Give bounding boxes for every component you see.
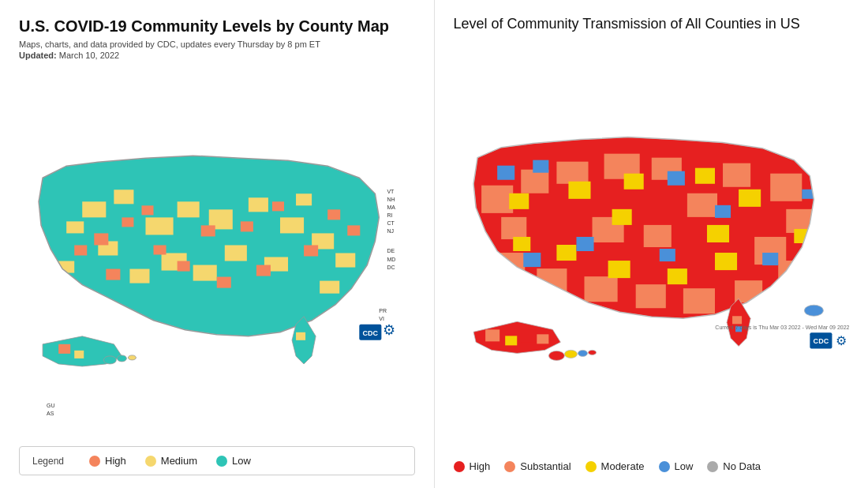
svg-rect-32 xyxy=(327,209,340,220)
svg-text:Current 7 days is Thu Mar 03 2: Current 7 days is Thu Mar 03 2022 - Wed … xyxy=(715,325,849,331)
svg-rect-92 xyxy=(762,253,778,265)
svg-text:VI: VI xyxy=(379,316,384,321)
legend-title: Legend xyxy=(32,456,64,467)
right-legend-item-high: High xyxy=(454,460,491,472)
svg-text:CDC: CDC xyxy=(363,329,379,337)
svg-text:GU: GU xyxy=(47,403,55,408)
right-legend-dot-high xyxy=(454,461,465,472)
svg-rect-95 xyxy=(523,253,541,267)
right-legend-label-low: Low xyxy=(675,460,694,472)
svg-rect-10 xyxy=(225,245,247,261)
legend-dot-high xyxy=(89,456,100,467)
svg-rect-15 xyxy=(335,253,355,268)
right-legend: High Substantial Moderate Low No Data xyxy=(454,457,850,475)
svg-rect-79 xyxy=(694,168,714,184)
svg-rect-6 xyxy=(280,217,304,233)
right-legend-dot-substantial xyxy=(504,461,515,472)
svg-rect-85 xyxy=(556,245,576,261)
legend-item-high: High xyxy=(89,455,126,467)
left-panel: U.S. COVID-19 Community Levels by County… xyxy=(0,0,435,488)
svg-rect-20 xyxy=(141,205,153,215)
svg-rect-36 xyxy=(74,351,84,358)
svg-text:DC: DC xyxy=(387,265,395,270)
right-legend-item-moderate: Moderate xyxy=(586,460,645,472)
svg-text:VT: VT xyxy=(387,189,395,194)
svg-rect-88 xyxy=(706,225,728,242)
svg-rect-14 xyxy=(129,269,149,283)
svg-rect-96 xyxy=(714,205,730,218)
svg-rect-98 xyxy=(806,272,815,280)
svg-rect-99 xyxy=(732,316,742,324)
svg-rect-24 xyxy=(347,225,360,235)
svg-rect-76 xyxy=(509,193,529,209)
svg-rect-23 xyxy=(304,245,318,256)
svg-rect-94 xyxy=(659,249,675,261)
svg-text:⚙: ⚙ xyxy=(383,322,395,338)
svg-rect-17 xyxy=(320,281,339,294)
svg-rect-5 xyxy=(249,197,268,212)
svg-rect-89 xyxy=(497,166,514,180)
svg-rect-80 xyxy=(739,190,761,207)
svg-rect-68 xyxy=(635,284,665,308)
updated-date: March 10, 2022 xyxy=(59,51,119,60)
svg-rect-90 xyxy=(533,160,548,173)
svg-point-105 xyxy=(548,351,564,360)
right-legend-item-substantial: Substantial xyxy=(504,460,571,472)
svg-rect-35 xyxy=(58,344,70,354)
svg-text:CT: CT xyxy=(387,220,395,226)
legend-label-medium: Medium xyxy=(161,455,197,467)
svg-text:MA: MA xyxy=(387,205,395,210)
svg-rect-26 xyxy=(256,265,271,276)
svg-rect-3 xyxy=(178,201,200,217)
svg-rect-91 xyxy=(667,171,684,186)
svg-rect-25 xyxy=(154,245,166,254)
svg-text:MD: MD xyxy=(387,257,395,262)
svg-rect-19 xyxy=(94,233,108,245)
svg-text:DE: DE xyxy=(387,249,395,254)
svg-rect-30 xyxy=(178,261,190,272)
svg-rect-29 xyxy=(272,201,284,211)
svg-rect-61 xyxy=(723,163,750,187)
svg-point-106 xyxy=(564,350,577,358)
svg-rect-12 xyxy=(66,221,84,233)
svg-rect-22 xyxy=(241,221,253,231)
svg-rect-57 xyxy=(521,170,548,193)
right-legend-label-substantial: Substantial xyxy=(520,460,571,472)
right-panel: Level of Community Transmission of All C… xyxy=(435,0,869,488)
legend-item-medium: Medium xyxy=(145,455,197,467)
left-legend: Legend High Medium Low xyxy=(19,446,415,475)
svg-rect-58 xyxy=(556,162,588,184)
svg-rect-27 xyxy=(122,217,133,227)
svg-rect-28 xyxy=(74,245,87,255)
svg-rect-86 xyxy=(513,237,530,251)
right-legend-dot-low xyxy=(659,461,670,472)
left-panel-subtitle: Maps, charts, and data provided by CDC, … xyxy=(19,39,415,49)
right-legend-label-nodata: No Data xyxy=(723,460,761,472)
svg-rect-87 xyxy=(612,209,631,225)
svg-rect-102 xyxy=(505,336,517,345)
svg-rect-72 xyxy=(501,217,526,239)
svg-rect-69 xyxy=(584,276,617,302)
svg-rect-16 xyxy=(193,265,217,281)
legend-dot-medium xyxy=(145,456,156,467)
svg-point-38 xyxy=(117,355,126,362)
svg-text:AS: AS xyxy=(47,411,54,416)
svg-rect-77 xyxy=(568,182,590,199)
left-panel-updated: Updated: March 10, 2022 xyxy=(19,51,415,60)
svg-point-108 xyxy=(588,350,596,355)
svg-text:PR: PR xyxy=(379,308,387,313)
left-panel-title: U.S. COVID-19 Community Levels by County… xyxy=(19,16,415,36)
svg-point-109 xyxy=(804,305,823,316)
svg-rect-75 xyxy=(643,225,671,247)
updated-label: Updated: xyxy=(19,51,57,60)
right-legend-label-moderate: Moderate xyxy=(601,460,645,472)
svg-rect-21 xyxy=(201,225,215,236)
svg-rect-78 xyxy=(623,174,643,190)
right-legend-dot-nodata xyxy=(707,461,718,472)
right-panel-title: Level of Community Transmission of All C… xyxy=(454,16,850,32)
svg-rect-82 xyxy=(714,253,736,270)
svg-rect-1 xyxy=(114,190,133,204)
svg-rect-62 xyxy=(770,174,802,201)
svg-rect-73 xyxy=(687,193,716,217)
legend-label-high: High xyxy=(105,455,126,467)
